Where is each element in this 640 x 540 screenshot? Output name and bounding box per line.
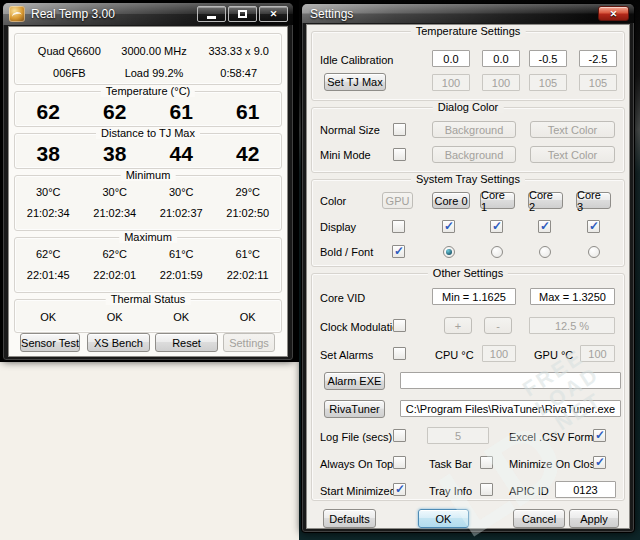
gpu-alarm-label: GPU °C: [534, 349, 573, 361]
idle-calibration-input[interactable]: [579, 50, 617, 67]
clock-modulation-checkbox[interactable]: [393, 319, 406, 332]
normal-size-checkbox[interactable]: [393, 123, 406, 136]
tjmax-input: [529, 74, 567, 91]
xs-bench-button[interactable]: XS Bench: [87, 333, 150, 352]
close-button[interactable]: ✕: [259, 6, 288, 22]
min-temp: 30°C: [148, 186, 215, 198]
set-alarms-checkbox[interactable]: [393, 347, 406, 360]
sensor-test-button[interactable]: Sensor Test: [20, 333, 80, 352]
task-bar-checkbox[interactable]: [480, 456, 493, 469]
mini-background-button: Background: [432, 146, 516, 163]
bold-font-checkbox[interactable]: [392, 245, 405, 258]
display-core0-checkbox[interactable]: [442, 220, 455, 233]
distance-value: 38: [82, 142, 149, 166]
display-gpu-checkbox[interactable]: [392, 220, 405, 233]
display-core3-checkbox[interactable]: [587, 220, 600, 233]
gpu-alarm-field: [580, 345, 615, 362]
mini-mode-checkbox[interactable]: [393, 148, 406, 161]
defaults-button[interactable]: Defaults: [323, 509, 376, 528]
cpu-info-panel: Quad Q6600 3000.00 MHz 333.33 x 9.0 006F…: [14, 33, 282, 85]
minimize-button[interactable]: [197, 6, 226, 22]
apic-id-label: APIC ID: [509, 485, 549, 497]
temperature-settings-group: Temperature Settings Idle Calibration Se…: [311, 31, 625, 101]
maximize-button[interactable]: [228, 6, 257, 22]
system-tray-title: System Tray Settings: [411, 173, 525, 185]
tjmax-input: [579, 74, 617, 91]
core3-color-button[interactable]: Core 3: [576, 192, 611, 209]
excel-csv-checkbox[interactable]: [593, 429, 606, 442]
settings-titlebar[interactable]: Settings ✕: [302, 4, 634, 23]
thermal-status-value: OK: [215, 311, 282, 323]
always-on-top-checkbox[interactable]: [393, 456, 406, 469]
mini-mode-label: Mini Mode: [320, 149, 371, 161]
ok-button[interactable]: OK: [418, 509, 469, 528]
cpu-clock: 3000.00 MHz: [112, 45, 197, 57]
core2-color-button[interactable]: Core 2: [528, 192, 563, 209]
display-core1-checkbox[interactable]: [490, 220, 503, 233]
rivatuner-path-field[interactable]: [400, 400, 621, 417]
settings-close-button[interactable]: ✕: [598, 6, 629, 21]
settings-window: Settings ✕ Temperature Settings Idle Cal…: [301, 3, 635, 533]
other-settings-title: Other Settings: [428, 267, 508, 279]
clock-percent-field: [529, 317, 615, 334]
alarm-exe-button[interactable]: Alarm EXE: [324, 372, 385, 390]
apic-id-field[interactable]: [555, 481, 616, 498]
log-file-checkbox[interactable]: [393, 429, 406, 442]
font-core0-radio[interactable]: [443, 246, 455, 258]
alarm-exe-path-field[interactable]: [400, 372, 621, 389]
desktop-background-light: [0, 362, 299, 540]
settings-button: Settings: [223, 333, 275, 352]
apply-button[interactable]: Apply: [569, 509, 619, 528]
maximize-icon: [238, 10, 247, 18]
realtemp-window-title: Real Temp 3.00: [31, 7, 115, 21]
gpu-color-button: GPU: [382, 192, 413, 209]
min-time: 21:02:37: [148, 207, 215, 219]
tray-color-label: Color: [320, 195, 346, 207]
max-time: 22:02:01: [82, 269, 149, 281]
cpu-load: Load 99.2%: [112, 67, 197, 79]
close-icon: ✕: [270, 9, 278, 19]
core-vid-label: Core VID: [320, 292, 365, 304]
font-core2-radio[interactable]: [539, 246, 551, 258]
max-time: 22:02:11: [215, 269, 282, 281]
max-temp: 61°C: [148, 248, 215, 260]
cancel-button[interactable]: Cancel: [513, 509, 565, 528]
set-tjmax-button[interactable]: Set TJ Max: [324, 73, 386, 91]
core0-color-button[interactable]: Core 0: [432, 192, 470, 209]
core1-color-button[interactable]: Core 1: [480, 192, 515, 209]
log-seconds-field: [427, 427, 489, 444]
idle-calibration-input[interactable]: [529, 50, 567, 67]
vid-min-field[interactable]: [432, 288, 516, 305]
bold-font-label: Bold / Font: [320, 246, 373, 258]
realtemp-titlebar[interactable]: Real Temp 3.00 ✕: [3, 3, 293, 25]
distance-value: 38: [15, 142, 82, 166]
clock-minus-button: -: [484, 317, 512, 334]
dialog-color-group: Dialog Color Normal Size Background Text…: [311, 107, 625, 173]
mini-text-color-button: Text Color: [530, 146, 615, 163]
settings-client-area: Temperature Settings Idle Calibration Se…: [306, 24, 630, 529]
idle-calibration-input[interactable]: [432, 50, 470, 67]
minimize-on-close-checkbox[interactable]: [593, 456, 606, 469]
display-core2-checkbox[interactable]: [538, 220, 551, 233]
core-temp-value: 62: [15, 100, 82, 124]
thermal-status-panel: Thermal Status OK OK OK OK: [14, 299, 282, 333]
start-minimized-checkbox[interactable]: [393, 483, 406, 496]
uptime: 0:58:47: [196, 67, 281, 79]
settings-window-title: Settings: [310, 7, 353, 21]
max-temp: 61°C: [215, 248, 282, 260]
idle-calibration-input[interactable]: [482, 50, 520, 67]
vid-max-field[interactable]: [530, 288, 615, 305]
reset-button[interactable]: Reset: [155, 333, 218, 352]
temperature-panel: Temperature (°C) 62 62 61 61: [14, 91, 282, 127]
core-temp-value: 61: [215, 100, 282, 124]
other-settings-group: Other Settings Core VID Clock Modulation…: [311, 273, 625, 501]
tray-info-checkbox[interactable]: [480, 483, 493, 496]
min-time: 21:02:34: [82, 207, 149, 219]
core-temp-value: 61: [148, 100, 215, 124]
realtemp-client-area: Quad Q6600 3000.00 MHz 333.33 x 9.0 006F…: [8, 26, 288, 357]
font-core3-radio[interactable]: [588, 246, 600, 258]
rivatuner-button[interactable]: RivaTuner: [324, 400, 385, 418]
idle-calibration-label: Idle Calibration: [320, 54, 393, 66]
font-core1-radio[interactable]: [491, 246, 503, 258]
maximum-panel: Maximum 62°C 62°C 61°C 61°C 22:01:45 22:…: [14, 237, 282, 293]
